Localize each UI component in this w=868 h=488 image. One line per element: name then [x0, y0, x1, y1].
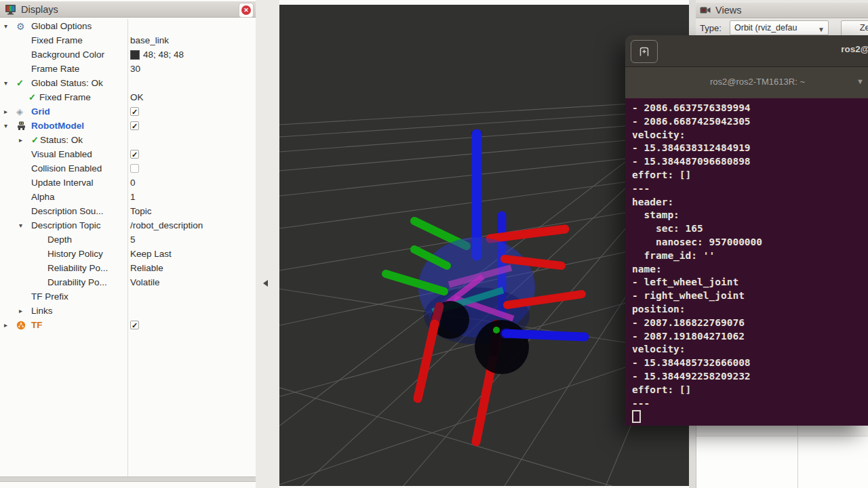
tree-row[interactable]: Alpha1 [0, 190, 256, 204]
tree-row[interactable]: ▾⚙Global Options [0, 19, 256, 33]
views-panel-titlebar[interactable]: Views [696, 3, 868, 18]
tree-row[interactable]: History PolicyKeep Last [0, 247, 256, 261]
property-value[interactable]: 30 [130, 62, 140, 76]
checkbox-unchecked[interactable]: ✓ [130, 164, 139, 173]
tab-list-caret-icon[interactable]: ▼ [856, 77, 864, 85]
value-text: base_link [130, 35, 169, 45]
new-tab-button[interactable] [631, 40, 658, 63]
terminal-output: - 2086.6637576389994 - 2086.668742504230… [625, 98, 868, 425]
terminal-tab-bar[interactable]: ros2@ros2-TM1613R: ~ ▼ [625, 67, 868, 98]
value-text: Volatile [130, 277, 160, 287]
terminal-tab-title[interactable]: ros2@ros2-TM1613R: ~ [696, 77, 818, 87]
property-value[interactable]: 48; 48; 48 [130, 47, 184, 62]
view-type-row: Type: Orbit (rviz_defau ▼ Zero [696, 20, 868, 37]
tree-row[interactable]: ✓Fixed FrameOK [0, 90, 256, 104]
property-label: Description Sou... [31, 206, 104, 216]
property-value[interactable]: ✓ [130, 161, 139, 176]
expander-closed-icon[interactable]: ▸ [19, 136, 31, 144]
property-value[interactable]: /robot_description [130, 218, 203, 232]
checkbox-checked[interactable]: ✓ [130, 121, 139, 130]
property-value[interactable]: 1 [130, 190, 136, 204]
tree-row[interactable]: Fixed Framebase_link [0, 33, 256, 47]
rviz-window: Displays ✕ ▾⚙Global OptionsFixed Frameba… [0, 0, 868, 488]
expander-closed-icon[interactable]: ▸ [4, 108, 16, 115]
expander-open-icon[interactable]: ▾ [4, 79, 16, 87]
tree-row[interactable]: Durability Po...Volatile [0, 275, 256, 289]
value-text: OK [130, 92, 144, 102]
property-label: Links [31, 306, 53, 316]
property-value[interactable]: Volatile [130, 275, 160, 289]
view-type-combobox[interactable]: Orbit (rviz_defau ▼ [730, 20, 829, 35]
expander-open-icon[interactable]: ▾ [4, 122, 16, 129]
tree-row[interactable]: ▸TF✓ [0, 318, 256, 332]
tree-row[interactable]: Collision Enabled✓ [0, 161, 256, 176]
property-label: Description Topic [31, 220, 101, 230]
terminal-cursor [632, 410, 641, 423]
expander-open-icon[interactable]: ▾ [19, 222, 31, 229]
property-value[interactable]: ✓ [130, 119, 139, 133]
gear-icon: ⚙ [16, 21, 31, 32]
tree-row[interactable]: ▾RobotModel✓ [0, 119, 256, 133]
expander-open-icon[interactable]: ▾ [4, 22, 16, 30]
tree-row[interactable]: ▸✓Status: Ok [0, 133, 256, 147]
check-icon: ✓ [28, 92, 39, 102]
checkbox-checked[interactable]: ✓ [130, 150, 139, 159]
tree-row[interactable]: ▾✓Global Status: Ok [0, 76, 256, 90]
property-value[interactable]: 5 [130, 232, 136, 247]
property-value[interactable]: 0 [130, 176, 136, 190]
expander-closed-icon[interactable]: ▸ [19, 307, 31, 314]
robot-icon [16, 121, 31, 131]
property-label: Frame Rate [31, 64, 79, 74]
property-value[interactable]: ✓ [130, 318, 139, 332]
tree-row[interactable]: TF Prefix [0, 289, 256, 304]
property-label: Durability Po... [47, 277, 107, 287]
tree-row[interactable]: ▸◈Grid✓ [0, 104, 256, 119]
property-label: Visual Enabled [31, 149, 92, 159]
type-label: Type: [700, 23, 722, 33]
value-text: 48; 48; 48 [143, 49, 184, 60]
value-text: 30 [130, 64, 140, 74]
property-value[interactable]: base_link [130, 33, 169, 47]
property-value[interactable]: OK [130, 90, 144, 104]
property-value[interactable]: Reliable [130, 261, 163, 275]
tree-row[interactable]: Frame Rate30 [0, 62, 256, 76]
checkbox-checked[interactable]: ✓ [130, 107, 139, 116]
property-label: Status: Ok [40, 135, 83, 145]
panel-collapse-handle[interactable] [263, 280, 268, 287]
tree-row[interactable]: Background Color48; 48; 48 [0, 47, 256, 62]
property-label: TF [31, 320, 43, 330]
tree-row[interactable]: ▸Links [0, 304, 256, 318]
property-label: Collision Enabled [31, 163, 102, 174]
checkbox-checked[interactable]: ✓ [130, 321, 139, 329]
value-text: Keep Last [130, 249, 172, 259]
property-value[interactable]: Topic [130, 204, 152, 218]
close-displays-button[interactable]: ✕ [239, 3, 254, 18]
displays-icon [5, 4, 16, 15]
terminal-window[interactable]: ros2@ ros2@ros2-TM1613R: ~ ▼ - 2086.6637… [625, 35, 868, 426]
horizontal-splitter[interactable] [0, 476, 279, 482]
property-value[interactable]: ✓ [130, 104, 139, 119]
tree-row[interactable]: Update Interval0 [0, 176, 256, 190]
view-type-value: Orbit (rviz_defau [734, 23, 797, 33]
terminal-titlebar[interactable]: ros2@ [625, 35, 868, 67]
tree-row[interactable]: Description Sou...Topic [0, 204, 256, 218]
tree-row[interactable]: Visual Enabled✓ [0, 147, 256, 161]
property-label: Background Color [31, 49, 104, 60]
views-list-divider [797, 426, 798, 488]
tree-row[interactable]: Depth5 [0, 232, 256, 247]
zero-button[interactable]: Zero [841, 20, 868, 37]
check-icon: ✓ [16, 78, 31, 88]
property-label: TF Prefix [31, 291, 68, 302]
tree-row[interactable]: Reliability Po...Reliable [0, 261, 256, 275]
tree-row[interactable]: ▾Description Topic/robot_description [0, 218, 256, 232]
property-value[interactable]: Keep Last [130, 247, 172, 261]
displays-panel-titlebar[interactable]: Displays ✕ [0, 1, 256, 18]
views-panel-list-area[interactable] [696, 426, 868, 488]
terminal-content[interactable]: - 2086.6637576389994 - 2086.668742504230… [625, 98, 868, 426]
expander-closed-icon[interactable]: ▸ [4, 321, 16, 329]
property-label: Alpha [31, 192, 55, 202]
property-value[interactable]: ✓ [130, 147, 139, 161]
tf-icon [16, 321, 31, 330]
value-text: Reliable [130, 263, 163, 273]
robot-model [386, 131, 585, 443]
